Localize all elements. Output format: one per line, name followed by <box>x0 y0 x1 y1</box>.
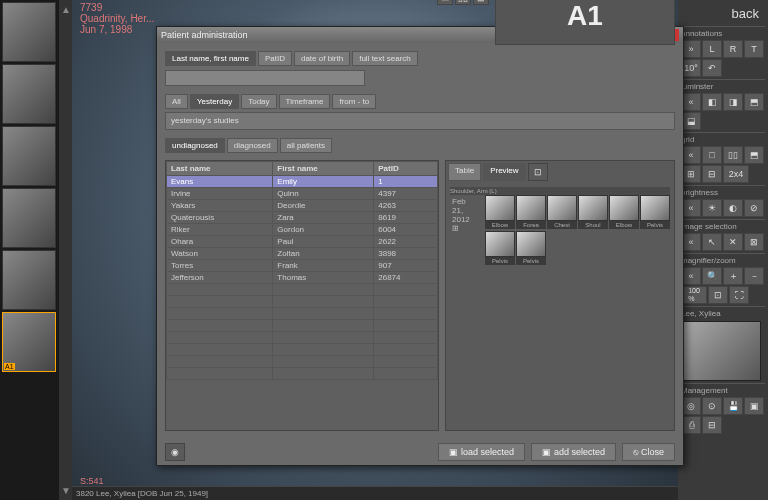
grid-2x1[interactable]: ⬒ <box>744 146 764 164</box>
col-firstname[interactable]: First name <box>273 162 374 176</box>
settings-icon[interactable]: ◉ <box>165 443 185 461</box>
table-row[interactable]: YakarsDeordie4263 <box>167 200 438 212</box>
lum-b4[interactable]: ⬓ <box>681 112 701 130</box>
preview-thumb[interactable]: Elbow <box>609 195 639 229</box>
filter-today-tab[interactable]: Today <box>241 94 276 109</box>
filter-yesterday-tab[interactable]: Yesterday <box>190 94 239 109</box>
table-row[interactable]: IrvineQuinn4397 <box>167 188 438 200</box>
diag-undiagnosed-tab[interactable]: undiagnosed <box>165 138 225 153</box>
table-row[interactable]: EvansEmily1 <box>167 176 438 188</box>
table-row[interactable] <box>167 296 438 308</box>
preview-thumb[interactable]: Elbow <box>485 195 515 229</box>
thumbnail[interactable] <box>2 126 56 186</box>
lum-b2[interactable]: ◨ <box>723 93 743 111</box>
preview-thumb[interactable]: Forea <box>516 195 546 229</box>
thumbnail[interactable] <box>2 188 56 248</box>
filmstrip-scroll[interactable]: ▲▼ <box>60 0 72 500</box>
ann-r-button[interactable]: R <box>723 40 743 58</box>
bri-contrast-icon[interactable]: ◐ <box>723 199 743 217</box>
lum-left-icon[interactable]: « <box>681 93 701 111</box>
table-row[interactable]: JeffersonThomas26874 <box>167 272 438 284</box>
grid-2x2[interactable]: ⊞ <box>681 165 701 183</box>
table-row[interactable] <box>167 284 438 296</box>
back-button[interactable]: back <box>681 3 765 24</box>
mag-100pct-button[interactable]: 100 % <box>681 286 707 304</box>
sel-x-icon[interactable]: ✕ <box>723 233 743 251</box>
close-button[interactable]: ⎋Close <box>622 443 675 461</box>
layout-1-button[interactable]: ▭ <box>437 0 453 5</box>
patient-table[interactable]: Last name First name PatID EvansEmily1Ir… <box>165 160 439 431</box>
sel-pointer-icon[interactable]: ↖ <box>702 233 722 251</box>
sel-crop-icon[interactable]: ⊠ <box>744 233 764 251</box>
table-row[interactable] <box>167 356 438 368</box>
table-row[interactable]: RikerGordon6004 <box>167 224 438 236</box>
preview-thumb[interactable]: Pelvis <box>640 195 670 229</box>
table-row[interactable]: OharaPaul2622 <box>167 236 438 248</box>
table-row[interactable] <box>167 368 438 380</box>
filter-fromto-tab[interactable]: from - to <box>332 94 376 109</box>
preview-mode-button[interactable]: ⊡ <box>528 163 548 181</box>
add-selected-button[interactable]: ▣add selected <box>531 443 616 461</box>
mgmt-save-icon[interactable]: 💾 <box>723 397 743 415</box>
table-row[interactable]: WatsonZoltan3898 <box>167 248 438 260</box>
table-row[interactable] <box>167 332 438 344</box>
diag-all-tab[interactable]: all patients <box>280 138 332 153</box>
thumbnail[interactable] <box>2 2 56 62</box>
preview-thumb[interactable]: Shoul <box>578 195 608 229</box>
col-lastname[interactable]: Last name <box>167 162 273 176</box>
search-patid-tab[interactable]: PatID <box>258 51 292 66</box>
lum-b1[interactable]: ◧ <box>702 93 722 111</box>
ann-l-button[interactable]: L <box>702 40 722 58</box>
grid-1x2[interactable]: ▯▯ <box>723 146 743 164</box>
search-input[interactable] <box>165 70 365 86</box>
preview-thumb[interactable]: Pelvis <box>516 231 546 265</box>
grid-1x1[interactable]: □ <box>702 146 722 164</box>
mini-viewport[interactable] <box>681 321 761 381</box>
diag-diagnosed-tab[interactable]: diagnosed <box>227 138 278 153</box>
mgmt-b2[interactable]: ⊙ <box>702 397 722 415</box>
layout-3-button[interactable]: ⊞ <box>473 0 489 5</box>
table-row[interactable] <box>167 320 438 332</box>
preview-preview-tab[interactable]: Preview <box>483 163 525 181</box>
mag-lens-icon[interactable]: 🔍 <box>702 267 722 285</box>
bri-sun-icon[interactable]: ☀ <box>702 199 722 217</box>
thumbnail[interactable] <box>2 64 56 124</box>
table-row[interactable]: QuaterousisZara8619 <box>167 212 438 224</box>
bri-reset-icon[interactable]: ⊘ <box>744 199 764 217</box>
thumbnail-selected[interactable] <box>2 312 56 372</box>
grid-left-icon[interactable]: « <box>681 146 701 164</box>
mgmt-print-icon[interactable]: ⎙ <box>681 416 701 434</box>
preview-thumb[interactable]: Pelvis <box>485 231 515 265</box>
table-row[interactable] <box>167 344 438 356</box>
filter-timeframe-tab[interactable]: Timeframe <box>279 94 331 109</box>
ann-text-button[interactable]: T <box>744 40 764 58</box>
mag-fit-icon[interactable]: ⊡ <box>708 286 728 304</box>
layout-2-button[interactable]: ▯▯ <box>455 0 471 5</box>
mgmt-b4[interactable]: ▣ <box>744 397 764 415</box>
mag-out-icon[interactable]: － <box>744 267 764 285</box>
search-fulltext-tab[interactable]: full text search <box>352 51 418 66</box>
sel-left-icon[interactable]: « <box>681 233 701 251</box>
thumbnail[interactable] <box>2 250 56 310</box>
ann-angle-button[interactable]: 10° <box>681 59 701 77</box>
grid-2x4[interactable]: 2x4 <box>723 165 749 183</box>
bri-left-icon[interactable]: « <box>681 199 701 217</box>
grid-3x3[interactable]: ⊟ <box>702 165 722 183</box>
ann-expand-icon[interactable]: » <box>681 40 701 58</box>
mgmt-b1[interactable]: ◎ <box>681 397 701 415</box>
preview-thumb[interactable]: Chest <box>547 195 577 229</box>
mag-expand-icon[interactable]: ⛶ <box>729 286 749 304</box>
table-row[interactable]: TorresFrank907 <box>167 260 438 272</box>
load-selected-button[interactable]: ▣load selected <box>438 443 525 461</box>
lum-b3[interactable]: ⬒ <box>744 93 764 111</box>
mgmt-b6[interactable]: ⊟ <box>702 416 722 434</box>
search-dob-tab[interactable]: date of birth <box>294 51 350 66</box>
search-lastname-tab[interactable]: Last name, first name <box>165 51 256 66</box>
col-patid[interactable]: PatID <box>374 162 438 176</box>
ann-undo-button[interactable]: ↶ <box>702 59 722 77</box>
preview-table-tab[interactable]: Table <box>448 163 481 181</box>
table-row[interactable] <box>167 308 438 320</box>
mag-in-icon[interactable]: ＋ <box>723 267 743 285</box>
filter-all-tab[interactable]: All <box>165 94 188 109</box>
mag-left-icon[interactable]: « <box>681 267 701 285</box>
